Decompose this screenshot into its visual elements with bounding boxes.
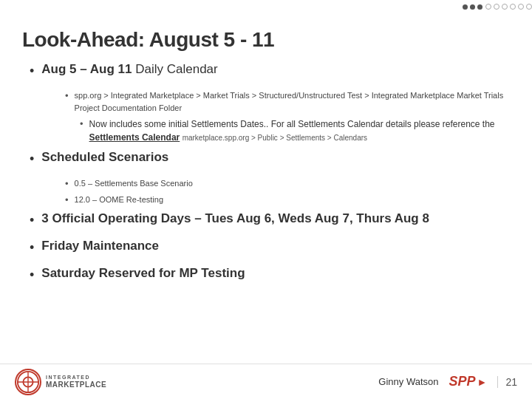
bullet-item-3: • 3 Official Operating Days – Tues Aug 6… xyxy=(30,211,510,228)
scenario-item-1: • 0.5 – Settlements Base Scenario xyxy=(65,177,510,190)
logo-integrated-text: INTEGRATED xyxy=(46,375,106,381)
circle-5 xyxy=(518,4,524,10)
top-decoration-bar xyxy=(463,0,532,13)
circle-4 xyxy=(510,4,516,10)
circle-1 xyxy=(485,4,491,10)
bullet-level1-calendar: • Aug 5 – Aug 11 Daily Calendar xyxy=(30,62,510,79)
scenario-item-2: • 12.0 – OOME Re-testing xyxy=(65,194,510,206)
dot-1 xyxy=(463,4,468,10)
bullet-level1-opdays: • 3 Official Operating Days – Tues Aug 6… xyxy=(30,211,510,228)
circle-2 xyxy=(494,4,499,10)
bullet-text-scenarios: Scheduled Scenarios xyxy=(41,150,168,165)
bullet-text-saturday: Saturday Reserved for MP Testing xyxy=(41,266,245,281)
circle-group xyxy=(485,4,532,10)
bullet-level3-note: • Now includes some initial Settlements … xyxy=(80,117,510,144)
bottom-bar: INTEGRATED MARKETPLACE Ginny Watson SPP … xyxy=(0,364,532,399)
spp-arrow-icon: ► xyxy=(477,376,488,388)
page-number: 21 xyxy=(497,376,517,388)
bullet-marker-path: • xyxy=(65,90,69,101)
bullet-marker-1: • xyxy=(30,64,34,79)
bullet-text-opdays: 3 Official Operating Days – Tues Aug 6, … xyxy=(41,211,429,226)
dot-3 xyxy=(477,4,482,10)
bullet-marker-note: • xyxy=(80,118,83,129)
settlements-path: marketplace.spp.org > Public > Settlemen… xyxy=(183,134,367,142)
bullet-text-calendar: Aug 5 – Aug 11 Daily Calendar xyxy=(41,62,217,77)
calendar-nested: • spp.org > Integrated Marketplace > Mar… xyxy=(50,89,510,144)
scenarios-nested: • 0.5 – Settlements Base Scenario • 12.0… xyxy=(50,177,510,205)
bullet-item-2: • Scheduled Scenarios • 0.5 – Settlement… xyxy=(30,150,510,205)
slide: Look-Ahead: August 5 - 11 • Aug 5 – Aug … xyxy=(0,0,532,399)
logo-svg xyxy=(16,369,40,395)
scenario-marker-2: • xyxy=(65,194,69,205)
bullet-level1-friday: • Friday Maintenance xyxy=(30,239,510,256)
dot-2 xyxy=(470,4,475,10)
bullet-level1-scenarios: • Scheduled Scenarios xyxy=(30,150,510,167)
bullet-marker-4: • xyxy=(30,240,34,256)
scenario-text-1: 0.5 – Settlements Base Scenario xyxy=(75,177,193,190)
logo-marketplace-text: MARKETPLACE xyxy=(46,381,106,389)
bullet-level2-path: • spp.org > Integrated Marketplace > Mar… xyxy=(65,89,510,114)
bottom-right: Ginny Watson SPP ► 21 xyxy=(378,374,517,389)
bullet-marker-2: • xyxy=(30,151,34,167)
scenario-text-2: 12.0 – OOME Re-testing xyxy=(75,194,163,206)
dot-group xyxy=(463,4,482,10)
slide-title: Look-Ahead: August 5 - 11 xyxy=(22,28,510,52)
calendar-date-range: Aug 5 – Aug 11 xyxy=(41,62,132,76)
bullet-item-1: • Aug 5 – Aug 11 Daily Calendar • spp.or… xyxy=(30,62,510,144)
settlements-calendar-link[interactable]: Settlements Calendar xyxy=(89,132,180,143)
bullet-marker-5: • xyxy=(30,267,34,283)
bullet-item-4: • Friday Maintenance xyxy=(30,239,510,256)
logo-area: INTEGRATED MARKETPLACE xyxy=(15,369,106,395)
spp-text: SPP xyxy=(449,374,476,389)
settlements-note: Now includes some initial Settlements Da… xyxy=(89,117,510,144)
spp-logo: SPP ► xyxy=(449,374,488,389)
bullet-level1-saturday: • Saturday Reserved for MP Testing xyxy=(30,266,510,283)
circle-3 xyxy=(502,4,508,10)
bullet-item-5: • Saturday Reserved for MP Testing xyxy=(30,266,510,283)
path-text: spp.org > Integrated Marketplace > Marke… xyxy=(75,89,510,114)
bullet-text-friday: Friday Maintenance xyxy=(41,239,159,253)
presenter-name: Ginny Watson xyxy=(378,376,438,387)
bullet-marker-3: • xyxy=(30,213,34,228)
slide-content: • Aug 5 – Aug 11 Daily Calendar • spp.or… xyxy=(22,62,510,283)
logo-text-block: INTEGRATED MARKETPLACE xyxy=(46,375,106,389)
circle-6 xyxy=(526,4,532,10)
scenario-marker-1: • xyxy=(65,178,69,189)
logo-circle-icon xyxy=(15,369,41,395)
